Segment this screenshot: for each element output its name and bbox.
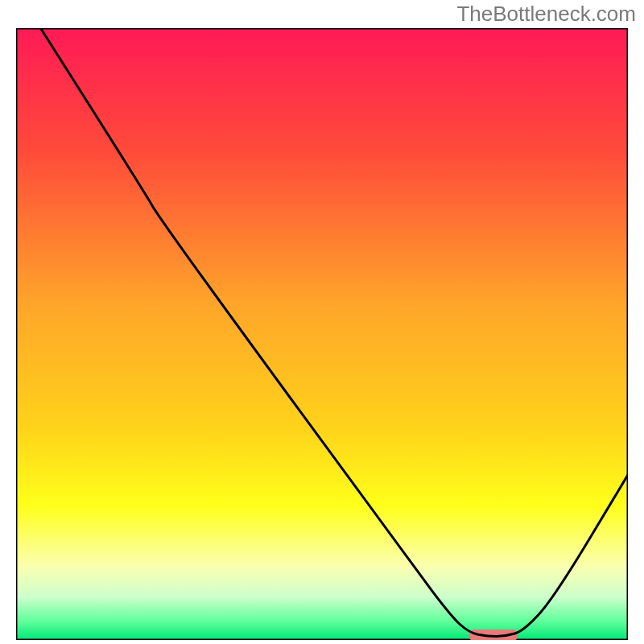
bottleneck-chart: TheBottleneck.com [0, 0, 644, 644]
plot-area [16, 28, 628, 640]
chart-svg [16, 28, 628, 640]
gradient-background [16, 28, 628, 640]
watermark-text: TheBottleneck.com [456, 2, 636, 27]
